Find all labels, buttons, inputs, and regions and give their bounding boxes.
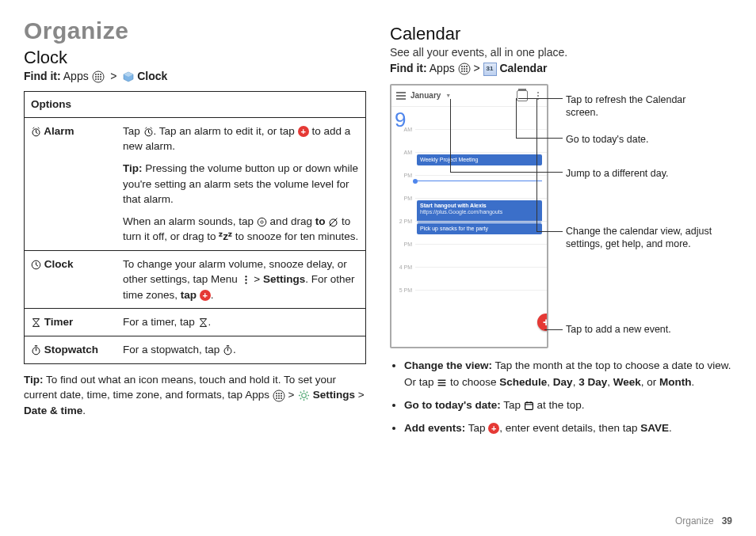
svg-point-6 xyxy=(100,76,101,78)
svg-point-8 xyxy=(97,78,99,80)
now-indicator xyxy=(415,181,542,181)
svg-line-40 xyxy=(306,398,307,399)
row-clock: Clock To change your alarm volume, snooz… xyxy=(25,250,366,309)
timer-icon xyxy=(31,317,41,328)
globe-add-icon xyxy=(200,290,211,301)
chevron-down-icon: ▼ xyxy=(445,93,451,98)
svg-point-2 xyxy=(97,74,99,75)
hamburger-icon[interactable] xyxy=(396,92,406,100)
event-block[interactable]: Start hangout with Alexis https://plus.G… xyxy=(417,200,542,222)
timer-icon xyxy=(198,317,208,328)
calendar-heading: Calendar xyxy=(390,24,732,44)
left-column: Organize Clock Find it: Apps > Clock Opt… xyxy=(24,17,366,443)
svg-point-5 xyxy=(97,76,99,78)
clock-tip: Tip: To find out what an icon means, tou… xyxy=(24,372,366,419)
svg-point-15 xyxy=(261,220,263,222)
calendar-bullets: Change the view: Tap the month at the to… xyxy=(390,358,732,437)
page-footer: Organize39 xyxy=(675,515,732,526)
alarm-off-icon xyxy=(328,217,338,227)
svg-point-20 xyxy=(245,279,246,281)
svg-point-48 xyxy=(464,68,465,70)
svg-point-34 xyxy=(301,393,306,398)
calendar-mock-wrap: January ▼ 9 AM AM Weekly Project Meeting… xyxy=(390,84,732,348)
anno-overflow: Change the calendar view, adjust setting… xyxy=(566,225,732,251)
add-icon xyxy=(488,423,499,434)
calendar-find-it: Find it: Apps > Calendar xyxy=(390,62,732,76)
svg-point-50 xyxy=(461,70,463,72)
svg-point-44 xyxy=(461,66,463,67)
anno-today: Go to today's date. xyxy=(566,133,716,146)
svg-point-16 xyxy=(330,219,337,226)
apps-grid-icon xyxy=(273,390,285,402)
right-column: Calendar See all your events, all in one… xyxy=(390,17,732,443)
svg-point-29 xyxy=(278,395,280,397)
svg-point-28 xyxy=(276,395,277,397)
find-it-label: Find it: xyxy=(24,70,61,82)
anno-fab: Tap to add a new event. xyxy=(566,323,724,336)
anno-refresh: Tap to refresh the Calendar screen. xyxy=(566,93,716,120)
svg-rect-56 xyxy=(525,402,533,409)
svg-line-41 xyxy=(300,398,300,399)
clock-options-table: Options Alarm Tap . Tap an alarm to edit… xyxy=(24,91,366,363)
add-icon xyxy=(298,126,309,137)
bullet-change-view: Change the view: Tap the month at the to… xyxy=(404,358,732,391)
row-stopwatch: Stopwatch For a stopwatch, tap . xyxy=(25,336,366,364)
svg-point-3 xyxy=(100,74,101,75)
clock-icon xyxy=(31,260,41,270)
svg-point-1 xyxy=(95,74,97,75)
hamburger-icon xyxy=(437,378,447,388)
today-icon[interactable] xyxy=(517,90,528,101)
today-icon xyxy=(524,401,534,411)
svg-point-31 xyxy=(276,397,277,399)
svg-point-52 xyxy=(466,70,468,72)
svg-line-42 xyxy=(306,392,307,393)
clock-app-icon xyxy=(123,71,134,82)
stopwatch-icon xyxy=(31,345,41,355)
menu-overflow-icon xyxy=(241,275,251,285)
calendar-lead: See all your events, all in one place. xyxy=(390,46,732,59)
alarm-icon xyxy=(31,127,41,137)
svg-point-9 xyxy=(100,78,101,80)
svg-point-47 xyxy=(461,68,463,70)
add-event-fab[interactable]: + xyxy=(537,314,548,331)
bullet-add-event: Add events: Tap , enter event details, t… xyxy=(404,420,732,437)
svg-point-49 xyxy=(466,68,468,70)
clock-heading: Clock xyxy=(24,48,366,68)
clock-find-it: Find it: Apps > Clock xyxy=(24,70,366,83)
svg-point-4 xyxy=(95,76,97,78)
event-block[interactable]: Weekly Project Meeting xyxy=(417,154,542,165)
svg-point-7 xyxy=(95,78,97,80)
svg-point-21 xyxy=(245,283,246,284)
bullet-today: Go to today's date: Tap at the top. xyxy=(404,397,732,414)
svg-line-39 xyxy=(300,392,300,393)
svg-point-51 xyxy=(464,70,465,72)
row-timer: Timer For a timer, tap . xyxy=(25,309,366,336)
svg-point-19 xyxy=(245,276,246,278)
svg-point-30 xyxy=(281,395,282,397)
svg-point-25 xyxy=(276,393,277,394)
svg-point-33 xyxy=(281,397,282,399)
calendar-app-icon xyxy=(483,63,497,76)
svg-point-27 xyxy=(281,393,282,394)
svg-point-26 xyxy=(278,393,280,394)
month-picker[interactable]: January xyxy=(410,91,441,100)
svg-point-14 xyxy=(258,218,266,226)
anno-jump: Jump to a different day. xyxy=(566,167,716,180)
svg-point-32 xyxy=(278,397,280,399)
page-title: Organize xyxy=(24,17,366,44)
settings-gear-icon xyxy=(297,390,310,402)
row-alarm: Alarm Tap . Tap an alarm to edit it, or … xyxy=(25,117,366,250)
options-header: Options xyxy=(25,92,366,118)
apps-grid-icon xyxy=(92,70,105,83)
apps-grid-icon xyxy=(458,63,471,75)
stopwatch-icon xyxy=(223,345,233,355)
alarm-icon xyxy=(143,127,154,137)
svg-point-46 xyxy=(466,66,468,67)
dismiss-circle-icon xyxy=(257,217,267,227)
calendar-mock: January ▼ 9 AM AM Weekly Project Meeting… xyxy=(390,84,548,348)
event-block[interactable]: Pick up snacks for the party xyxy=(417,223,542,234)
svg-point-45 xyxy=(464,66,465,67)
overflow-menu-icon[interactable] xyxy=(537,95,539,97)
